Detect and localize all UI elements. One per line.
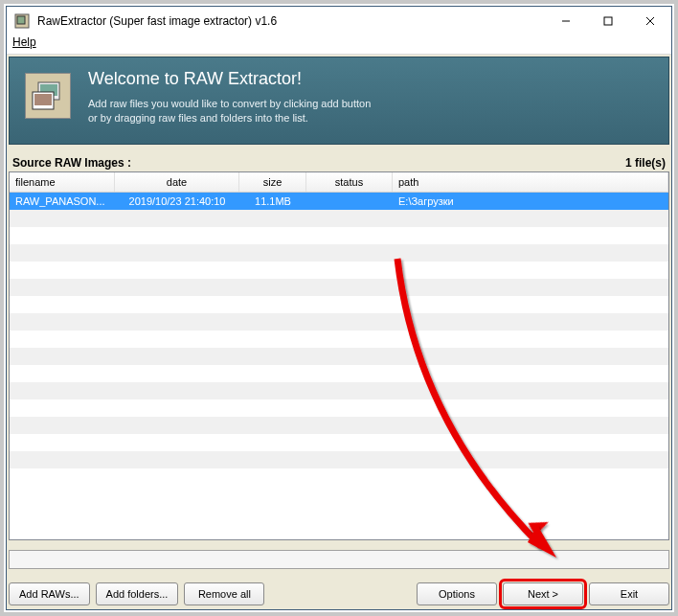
table-row <box>10 399 668 417</box>
table-row <box>10 210 668 227</box>
table-row <box>10 382 668 399</box>
banner-sub2: or by dragging raw files and folders int… <box>88 111 371 125</box>
svg-rect-3 <box>604 17 612 25</box>
table-row <box>10 451 668 468</box>
progress-bar <box>9 550 669 569</box>
grid-header: filename date size status path <box>10 172 668 193</box>
svg-rect-1 <box>17 16 25 24</box>
maximize-button[interactable] <box>587 7 629 35</box>
cell-date: 2019/10/23 21:40:10 <box>115 195 239 207</box>
table-row <box>10 227 668 244</box>
col-size[interactable]: size <box>239 172 306 192</box>
table-row <box>10 262 668 279</box>
cell-path: E:\Загрузки <box>393 195 668 207</box>
source-list-section: Source RAW Images : 1 file(s) filename d… <box>9 154 669 540</box>
add-raws-button[interactable]: Add RAWs... <box>9 582 90 605</box>
cell-filename: RAW_PANASON... <box>10 195 115 207</box>
grid-body: RAW_PANASON...2019/10/23 21:40:1011.1MBE… <box>10 193 668 539</box>
col-date[interactable]: date <box>115 172 239 192</box>
titlebar: RawExtractor (Super fast image extractor… <box>7 7 671 35</box>
menu-help[interactable]: Help <box>12 35 36 49</box>
add-folders-button[interactable]: Add folders... <box>96 582 179 605</box>
list-title: Source RAW Images : <box>12 156 131 170</box>
options-button[interactable]: Options <box>417 582 497 605</box>
content-area: Welcome to RAW Extractor! Add raw files … <box>7 55 671 609</box>
file-count: 1 file(s) <box>625 156 666 170</box>
remove-all-button[interactable]: Remove all <box>184 582 264 605</box>
table-row <box>10 244 668 262</box>
col-filename[interactable]: filename <box>10 172 115 192</box>
table-row <box>10 434 668 451</box>
table-row <box>10 348 668 365</box>
exit-button[interactable]: Exit <box>589 582 669 605</box>
col-path[interactable]: path <box>393 172 668 192</box>
svg-rect-9 <box>34 94 52 105</box>
menubar: Help <box>7 35 671 55</box>
file-grid[interactable]: filename date size status path RAW_PANAS… <box>9 171 669 540</box>
table-row <box>10 296 668 313</box>
button-bar: Add RAWs... Add folders... Remove all Op… <box>9 579 669 607</box>
table-row[interactable]: RAW_PANASON...2019/10/23 21:40:1011.1MBE… <box>10 193 668 210</box>
close-button[interactable] <box>629 7 671 35</box>
welcome-banner: Welcome to RAW Extractor! Add raw files … <box>9 57 669 145</box>
banner-icon <box>25 73 71 119</box>
minimize-button[interactable] <box>545 7 587 35</box>
table-row <box>10 313 668 331</box>
banner-heading: Welcome to RAW Extractor! <box>88 69 371 89</box>
next-button[interactable]: Next > <box>503 582 583 605</box>
table-row <box>10 331 668 348</box>
app-window: RawExtractor (Super fast image extractor… <box>6 6 672 610</box>
banner-sub1: Add raw files you would like to convert … <box>88 97 371 111</box>
cell-size: 11.1MB <box>239 195 306 207</box>
table-row <box>10 279 668 296</box>
app-icon <box>14 13 30 29</box>
col-status[interactable]: status <box>306 172 393 192</box>
window-title: RawExtractor (Super fast image extractor… <box>37 14 545 28</box>
table-row <box>10 417 668 434</box>
table-row <box>10 365 668 382</box>
